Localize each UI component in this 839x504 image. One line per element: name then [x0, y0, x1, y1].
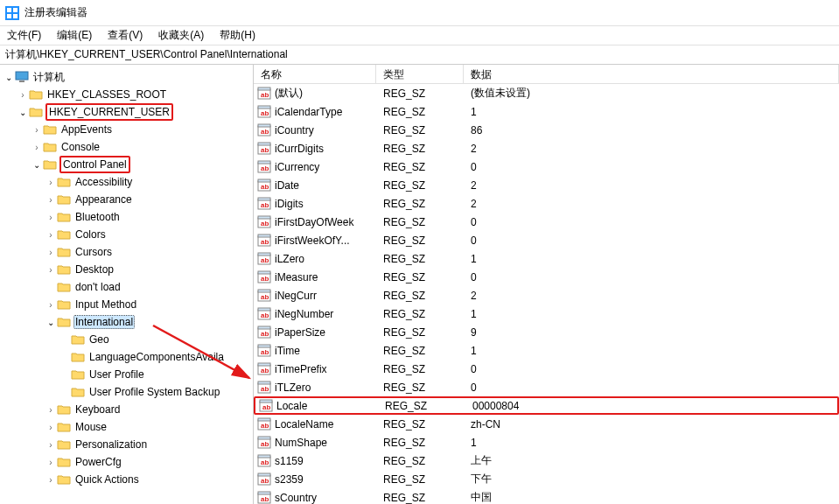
- value-row[interactable]: abiFirstDayOfWeekREG_SZ0: [254, 213, 839, 231]
- column-header-name[interactable]: 名称: [254, 65, 376, 83]
- tree-geo[interactable]: ›Geo: [0, 331, 253, 348]
- value-type: REG_SZ: [376, 271, 464, 284]
- value-data: 1: [464, 106, 839, 118]
- tree-quick-actions[interactable]: ›Quick Actions: [0, 471, 253, 488]
- tree-cursors[interactable]: ›Cursors: [0, 243, 253, 261]
- tree-hkcr[interactable]: ›HKEY_CLASSES_ROOT: [0, 86, 253, 103]
- value-row[interactable]: abiTimeREG_SZ1: [254, 341, 839, 360]
- svg-rect-68: [258, 455, 270, 458]
- chevron-icon[interactable]: ›: [45, 178, 56, 187]
- value-row[interactable]: abiDigitsREG_SZ2: [254, 194, 839, 213]
- chevron-icon[interactable]: ›: [31, 143, 42, 152]
- svg-text:ab: ab: [262, 403, 270, 411]
- address-bar[interactable]: 计算机\HKEY_CURRENT_USER\Control Panel\Inte…: [0, 46, 839, 65]
- chevron-icon[interactable]: ⌄: [45, 318, 56, 327]
- value-row[interactable]: abiTLZeroREG_SZ0: [254, 378, 839, 396]
- chevron-icon[interactable]: ›: [45, 265, 56, 275]
- value-row[interactable]: abiMeasureREG_SZ0: [254, 268, 839, 286]
- tree-appevents[interactable]: ›AppEvents: [0, 121, 253, 138]
- value-row[interactable]: abLocaleREG_SZ00000804: [254, 396, 839, 415]
- value-type: REG_SZ: [376, 198, 464, 210]
- chevron-icon[interactable]: ⌄: [17, 108, 28, 117]
- folder-icon: [29, 106, 43, 118]
- tree-root[interactable]: ⌄计算机: [0, 68, 253, 86]
- value-row[interactable]: abiNegNumberREG_SZ1: [254, 304, 839, 323]
- chevron-icon[interactable]: ›: [45, 300, 56, 310]
- value-row[interactable]: abiLZeroREG_SZ1: [254, 249, 839, 268]
- values-list[interactable]: ab(默认)REG_SZ(数值未设置)abiCalendarTypeREG_SZ…: [254, 84, 839, 504]
- svg-rect-4: [13, 14, 17, 18]
- tree-input-method[interactable]: ›Input Method: [0, 296, 253, 313]
- value-row[interactable]: abiTimePrefixREG_SZ0: [254, 360, 839, 378]
- folder-icon: [29, 88, 43, 101]
- value-type: REG_SZ: [376, 124, 464, 136]
- tree-personalization[interactable]: ›Personalization: [0, 436, 253, 453]
- column-header-data[interactable]: 数据: [464, 65, 839, 83]
- svg-rect-3: [7, 14, 11, 18]
- string-value-icon: ab: [257, 215, 271, 229]
- column-header-type[interactable]: 类型: [376, 65, 464, 83]
- value-row[interactable]: abLocaleNameREG_SZzh-CN: [254, 415, 839, 433]
- value-row[interactable]: abiPaperSizeREG_SZ9: [254, 323, 839, 341]
- tree-international[interactable]: ⌄International: [0, 313, 253, 331]
- value-row[interactable]: absCountryREG_SZ中国: [254, 488, 839, 504]
- tree-console[interactable]: ›Console: [0, 138, 253, 156]
- chevron-icon[interactable]: ›: [45, 475, 56, 485]
- tree-hkcu[interactable]: ⌄HKEY_CURRENT_USER: [0, 103, 253, 121]
- svg-text:ab: ab: [261, 146, 269, 154]
- chevron-icon[interactable]: ›: [45, 230, 56, 240]
- value-row[interactable]: abs1159REG_SZ上午: [254, 452, 839, 470]
- tree-pane[interactable]: ⌄计算机›HKEY_CLASSES_ROOT⌄HKEY_CURRENT_USER…: [0, 65, 254, 504]
- svg-text:ab: ab: [261, 275, 269, 283]
- tree-accessibility[interactable]: ›Accessibility: [0, 173, 253, 191]
- value-row[interactable]: abiCurrencyREG_SZ0: [254, 158, 839, 176]
- tree-lang-comp[interactable]: ›LanguageComponentsAvaila: [0, 348, 253, 366]
- tree-appearance[interactable]: ›Appearance: [0, 191, 253, 208]
- tree-mouse[interactable]: ›Mouse: [0, 418, 253, 436]
- value-data: 2: [464, 179, 839, 192]
- value-row[interactable]: abiNegCurrREG_SZ2: [254, 286, 839, 304]
- tree-dont-load[interactable]: ›don't load: [0, 278, 253, 296]
- value-row[interactable]: abNumShapeREG_SZ1: [254, 433, 839, 452]
- tree-control-panel[interactable]: ⌄Control Panel: [0, 156, 253, 173]
- menu-favorites[interactable]: 收藏夹(A): [155, 26, 207, 45]
- chevron-icon[interactable]: ›: [45, 423, 56, 432]
- chevron-icon[interactable]: ›: [31, 125, 42, 135]
- tree-user-profile-sb[interactable]: ›User Profile System Backup: [0, 383, 253, 401]
- chevron-icon[interactable]: ›: [45, 405, 56, 415]
- svg-text:ab: ab: [261, 91, 269, 99]
- tree-colors[interactable]: ›Colors: [0, 226, 253, 243]
- menu-edit[interactable]: 编辑(E): [53, 26, 95, 45]
- value-row[interactable]: abiCalendarTypeREG_SZ1: [254, 102, 839, 121]
- tree-bluetooth[interactable]: ›Bluetooth: [0, 208, 253, 226]
- string-value-icon: ab: [257, 344, 271, 358]
- chevron-icon[interactable]: ›: [45, 213, 56, 222]
- tree-user-profile[interactable]: ›User Profile: [0, 366, 253, 383]
- value-type: REG_SZ: [376, 363, 464, 375]
- svg-rect-5: [16, 72, 28, 80]
- svg-rect-8: [258, 88, 270, 90]
- menu-file[interactable]: 文件(F): [3, 26, 45, 45]
- tree-desktop[interactable]: ›Desktop: [0, 261, 253, 278]
- tree-keyboard[interactable]: ›Keyboard: [0, 401, 253, 418]
- chevron-icon[interactable]: ⌄: [3, 73, 14, 82]
- chevron-icon[interactable]: ›: [45, 195, 56, 205]
- value-row[interactable]: abiDateREG_SZ2: [254, 176, 839, 194]
- value-row[interactable]: abiFirstWeekOfY...REG_SZ0: [254, 231, 839, 249]
- menu-help[interactable]: 帮助(H): [216, 26, 259, 45]
- value-data: 86: [464, 124, 839, 136]
- svg-rect-74: [258, 492, 270, 494]
- menu-view[interactable]: 查看(V): [104, 26, 146, 45]
- value-row[interactable]: abs2359REG_SZ下午: [254, 470, 839, 488]
- chevron-icon[interactable]: ⌄: [31, 160, 42, 170]
- chevron-icon[interactable]: ›: [45, 458, 56, 467]
- value-row[interactable]: ab(默认)REG_SZ(数值未设置): [254, 84, 839, 102]
- svg-rect-20: [258, 161, 270, 164]
- tree-powercfg[interactable]: ›PowerCfg: [0, 453, 253, 471]
- value-row[interactable]: abiCurrDigitsREG_SZ2: [254, 139, 839, 158]
- value-row[interactable]: abiCountryREG_SZ86: [254, 121, 839, 139]
- folder-icon: [57, 246, 71, 258]
- chevron-icon[interactable]: ›: [45, 248, 56, 257]
- chevron-icon[interactable]: ›: [45, 440, 56, 450]
- chevron-icon[interactable]: ›: [17, 90, 28, 100]
